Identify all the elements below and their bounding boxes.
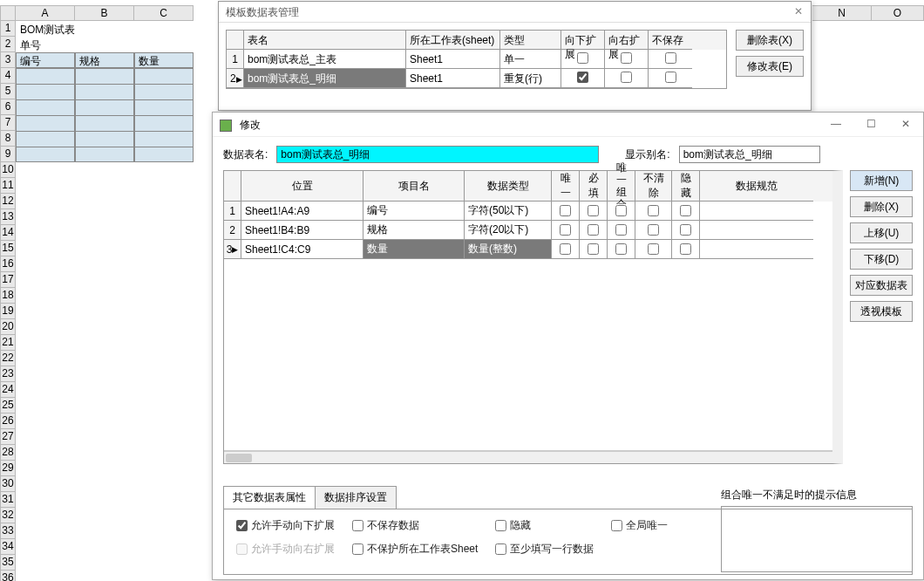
col-dataspec[interactable]: 数据规范: [700, 171, 813, 202]
row-33[interactable]: 33: [0, 523, 16, 539]
cell-required[interactable]: [580, 240, 608, 259]
tab-other-attrs[interactable]: 其它数据表属性: [223, 486, 316, 509]
cell-combo-unique[interactable]: [608, 240, 635, 259]
alias-input[interactable]: bom测试表总_明细: [679, 146, 820, 163]
col-hidden[interactable]: 隐藏: [672, 171, 700, 202]
cell-sheet[interactable]: Sheet1: [406, 69, 500, 88]
cell-noclear[interactable]: [635, 221, 672, 240]
cell-required[interactable]: [580, 221, 608, 240]
fields-grid[interactable]: 位置 项目名 数据类型 唯一 必填 唯一 组合 不清除 隐藏 数据规范 1 Sh…: [223, 170, 843, 464]
row-22[interactable]: 22: [0, 351, 16, 366]
cell-hidden[interactable]: [672, 240, 700, 259]
cell-dataspec[interactable]: [700, 240, 813, 259]
row-5[interactable]: 5: [0, 84, 16, 99]
check-hidden[interactable]: 隐藏: [495, 518, 594, 533]
col-type[interactable]: 类型: [500, 31, 561, 50]
cell-nosave[interactable]: [649, 50, 692, 69]
row-21[interactable]: 21: [0, 335, 16, 351]
cell-expand-down[interactable]: [561, 69, 605, 88]
cell-unique[interactable]: [552, 221, 580, 240]
row-31[interactable]: 31: [0, 492, 16, 508]
row-1[interactable]: 1: [0, 21, 16, 37]
move-up-button[interactable]: 上移(U): [850, 222, 913, 243]
template-table-grid[interactable]: 表名 所在工作表(sheet) 类型 向下扩展 向右扩展 不保存 1 bom测试…: [226, 30, 727, 89]
row-6[interactable]: 6: [0, 99, 16, 115]
row-32[interactable]: 32: [0, 508, 16, 523]
col-noclear[interactable]: 不清除: [635, 171, 672, 202]
cell-combo-unique[interactable]: [608, 202, 635, 221]
cell-noclear[interactable]: [635, 240, 672, 259]
col-c[interactable]: C: [134, 5, 194, 21]
row-14[interactable]: 14: [0, 225, 16, 241]
cell-type[interactable]: 重复(行): [500, 69, 561, 88]
check-nosave[interactable]: 不保存数据: [352, 518, 478, 533]
cell-name[interactable]: bom测试表总_主表: [244, 50, 406, 69]
new-button[interactable]: 新增(N): [850, 170, 913, 191]
check-global-unique[interactable]: 全局唯一: [611, 518, 668, 533]
col-table-name[interactable]: 表名: [244, 31, 406, 50]
pivot-template-button[interactable]: 透视模板: [850, 301, 913, 322]
check-atleast-one-row[interactable]: 至少填写一行数据: [495, 542, 594, 557]
row-20[interactable]: 20: [0, 319, 16, 335]
tab-sort-settings[interactable]: 数据排序设置: [315, 486, 397, 509]
check-allow-expand-down[interactable]: 允许手动向下扩展: [236, 518, 335, 533]
cell-datatype[interactable]: 字符(20以下): [465, 221, 552, 240]
col-nosave[interactable]: 不保存: [649, 31, 692, 50]
cell-expand-down[interactable]: [561, 50, 605, 69]
row-24[interactable]: 24: [0, 382, 16, 398]
row-2[interactable]: 2: [0, 37, 16, 52]
row-4[interactable]: 4: [0, 68, 16, 84]
table-row[interactable]: 1 bom测试表总_主表 Sheet1 单一: [227, 50, 726, 69]
maximize-icon[interactable]: ☐: [853, 113, 888, 137]
delete-table-button[interactable]: 删除表(X): [736, 30, 804, 51]
cell-unique[interactable]: [552, 240, 580, 259]
cell-position[interactable]: Sheet1!A4:A9: [241, 202, 363, 221]
cell-position[interactable]: Sheet1!B4:B9: [241, 221, 363, 240]
sheet-corner[interactable]: [0, 5, 16, 21]
row-19[interactable]: 19: [0, 304, 16, 319]
col-combo-unique[interactable]: 唯一 组合: [608, 171, 635, 202]
col-datatype[interactable]: 数据类型: [465, 171, 552, 202]
cell-position[interactable]: Sheet1!C4:C9: [241, 240, 363, 259]
check-noprotect[interactable]: 不保护所在工作表Sheet: [352, 542, 478, 557]
combo-unique-message-input[interactable]: [721, 506, 913, 572]
table-name-input[interactable]: bom测试表总_明细: [276, 146, 599, 163]
row-12[interactable]: 12: [0, 194, 16, 209]
cell-name[interactable]: bom测试表总_明细: [244, 69, 406, 88]
col-required[interactable]: 必填: [580, 171, 608, 202]
field-row[interactable]: 3▶ Sheet1!C4:C9 数量 数量(整数): [224, 240, 832, 259]
row-35[interactable]: 35: [0, 555, 16, 571]
row-8[interactable]: 8: [0, 131, 16, 147]
col-expand-down[interactable]: 向下扩展: [561, 31, 605, 50]
field-row[interactable]: 1 Sheet1!A4:A9 编号 字符(50以下): [224, 202, 832, 221]
row-34[interactable]: 34: [0, 539, 16, 555]
row-17[interactable]: 17: [0, 272, 16, 288]
cell-sheet[interactable]: Sheet1: [406, 50, 500, 69]
cell-hidden[interactable]: [672, 202, 700, 221]
row-13[interactable]: 13: [0, 209, 16, 225]
cell-hidden[interactable]: [672, 221, 700, 240]
cell-field-name[interactable]: 规格: [363, 221, 465, 240]
cell-datatype[interactable]: 字符(50以下): [465, 202, 552, 221]
modify-table-button[interactable]: 修改表(E): [736, 56, 804, 77]
map-data-table-button[interactable]: 对应数据表: [850, 275, 913, 296]
field-row[interactable]: 2 Sheet1!B4:B9 规格 字符(20以下): [224, 221, 832, 240]
close-icon[interactable]: ✕: [888, 113, 923, 137]
row-30[interactable]: 30: [0, 476, 16, 492]
col-sheet[interactable]: 所在工作表(sheet): [406, 31, 500, 50]
col-a[interactable]: A: [16, 5, 75, 21]
col-o[interactable]: O: [872, 5, 924, 21]
row-29[interactable]: 29: [0, 461, 16, 476]
row-10[interactable]: 10: [0, 162, 16, 178]
col-position[interactable]: 位置: [241, 171, 363, 202]
horizontal-scrollbar[interactable]: [224, 451, 832, 463]
row-7[interactable]: 7: [0, 115, 16, 131]
cell-unique[interactable]: [552, 202, 580, 221]
col-unique[interactable]: 唯一: [552, 171, 580, 202]
cell-type[interactable]: 单一: [500, 50, 561, 69]
cell-required[interactable]: [580, 202, 608, 221]
row-36[interactable]: 36: [0, 571, 16, 581]
row-15[interactable]: 15: [0, 241, 16, 256]
close-icon[interactable]: ✕: [792, 5, 805, 19]
minimize-icon[interactable]: ―: [819, 113, 853, 137]
